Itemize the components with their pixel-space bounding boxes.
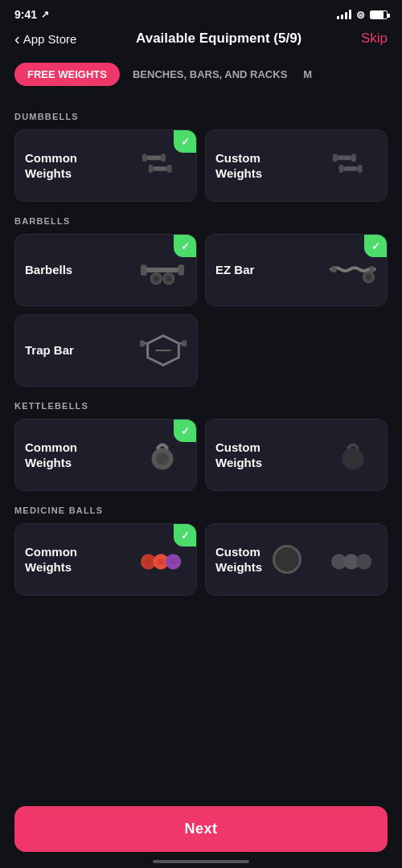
card-label: Common Weights	[25, 544, 114, 575]
svg-rect-12	[141, 268, 184, 272]
selection-circle	[273, 545, 302, 574]
card-barbells[interactable]: ✓ Barbells	[14, 234, 197, 306]
svg-rect-11	[358, 165, 363, 173]
svg-rect-1	[147, 155, 161, 160]
svg-rect-27	[182, 340, 187, 346]
barbells-row1: ✓ Barbells ✓ EZ Bar	[14, 234, 388, 306]
svg-rect-4	[153, 166, 166, 171]
card-label: Barbells	[25, 262, 72, 278]
time-display: 9:41	[14, 8, 37, 21]
next-button-wrap: Next	[0, 806, 402, 852]
back-button[interactable]: ‹ App Store	[14, 31, 76, 47]
main-content: DUMBBELLS ✓ Common Weights	[0, 112, 402, 676]
svg-rect-19	[331, 266, 337, 272]
selected-check: ✓	[174, 130, 196, 153]
svg-rect-0	[142, 154, 147, 162]
card-ez-bar[interactable]: ✓ EZ Bar	[205, 234, 388, 306]
card-common-medballs[interactable]: ✓ Common Weights	[14, 523, 197, 596]
svg-point-38	[170, 559, 177, 565]
status-icons: ⊜	[337, 9, 388, 21]
card-custom-kettlebells[interactable]: Custom Weights	[205, 419, 388, 491]
svg-rect-3	[149, 165, 154, 173]
back-arrow-icon: ‹	[14, 31, 20, 47]
card-label: Common Weights	[25, 440, 114, 471]
card-custom-medballs[interactable]: Custom Weights	[205, 523, 388, 596]
signal-icon	[337, 10, 351, 19]
svg-point-18	[166, 276, 171, 281]
svg-rect-9	[339, 165, 344, 173]
section-dumbbells-label: DUMBBELLS	[14, 112, 388, 121]
card-common-kettlebells[interactable]: ✓ Common Weights	[14, 419, 197, 491]
selected-check: ✓	[174, 524, 196, 547]
svg-point-41	[356, 554, 371, 569]
svg-rect-5	[167, 165, 172, 173]
dumbbell-dark-icon	[329, 145, 377, 186]
status-bar: 9:41 ↗ ⊜	[0, 0, 402, 24]
svg-rect-26	[140, 340, 145, 346]
card-custom-dumbbells[interactable]: Custom Weights	[205, 129, 388, 202]
section-kettlebells-label: KETTLEBELLS	[14, 401, 388, 411]
next-button[interactable]: Next	[14, 806, 388, 852]
battery-icon	[370, 10, 388, 19]
status-time-area: 9:41 ↗	[14, 8, 49, 21]
svg-point-32	[347, 452, 359, 465]
card-label: Trap Bar	[25, 342, 74, 358]
svg-point-16	[154, 276, 158, 281]
svg-point-22	[366, 275, 371, 280]
card-label: Common Weights	[25, 150, 114, 182]
card-label: Custom Weights	[215, 440, 305, 471]
trapbar-icon	[139, 330, 187, 371]
svg-rect-14	[178, 264, 184, 276]
home-indicator	[153, 860, 249, 863]
section-medicineballs-label: MEDICINE BALLS	[14, 506, 388, 515]
location-icon: ↗	[41, 9, 49, 20]
svg-point-36	[146, 559, 152, 565]
svg-rect-7	[338, 155, 351, 160]
svg-rect-2	[161, 154, 166, 162]
card-empty-barbell	[206, 314, 388, 387]
nav-bar: ‹ App Store Available Equipment (5/9) Sk…	[0, 24, 402, 55]
section-barbells-label: BARBELLS	[14, 216, 388, 226]
tab-machines[interactable]: M	[300, 63, 315, 86]
selected-check: ✓	[174, 420, 196, 442]
medicineballs-row: ✓ Common Weights Custom Weights	[14, 523, 388, 596]
svg-point-30	[156, 452, 168, 465]
app-store-label: App Store	[23, 32, 77, 46]
tab-free-weights[interactable]: FREE WEIGHTS	[14, 63, 120, 86]
skip-button[interactable]: Skip	[361, 31, 388, 47]
card-label: EZ Bar	[215, 262, 254, 278]
selected-check: ✓	[174, 235, 196, 257]
card-common-dumbbells[interactable]: ✓ Common Weights	[14, 129, 197, 202]
svg-rect-13	[141, 264, 147, 276]
svg-rect-6	[333, 154, 338, 162]
wifi-icon: ⊜	[356, 9, 365, 21]
card-label: Custom Weights	[215, 150, 305, 182]
svg-point-37	[158, 559, 164, 565]
tab-benches[interactable]: BENCHES, BARS, AND RACKS	[129, 63, 290, 86]
svg-rect-8	[351, 154, 356, 162]
page-title: Available Equipment (5/9)	[136, 31, 302, 47]
tab-bar: FREE WEIGHTS BENCHES, BARS, AND RACKS M	[0, 55, 402, 97]
card-trap-bar[interactable]: Trap Bar	[14, 314, 198, 387]
kettlebells-row: ✓ Common Weights Custom Weights	[14, 419, 388, 491]
kettlebell-dark-icon	[329, 435, 377, 475]
dumbbells-row: ✓ Common Weights	[14, 129, 388, 202]
selected-check: ✓	[364, 235, 387, 257]
svg-rect-10	[343, 166, 357, 171]
medball-dark-icon	[329, 539, 377, 579]
barbells-row2: Trap Bar	[14, 314, 388, 387]
